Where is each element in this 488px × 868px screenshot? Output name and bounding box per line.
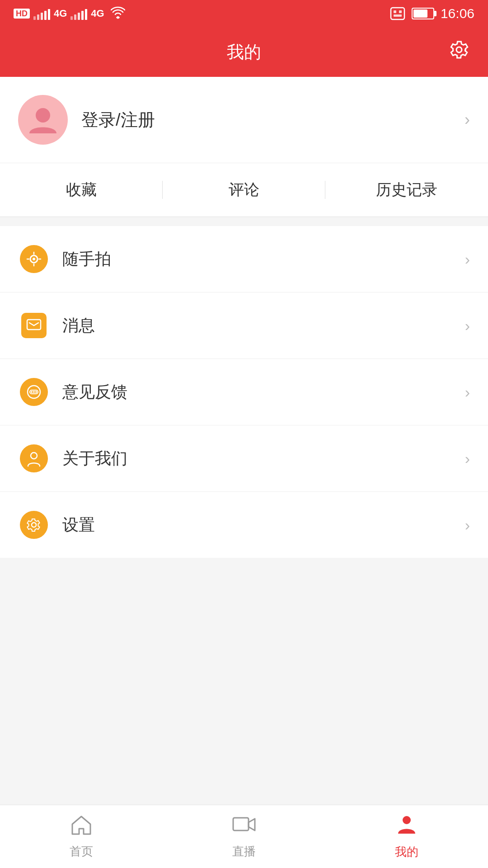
home-tab-label: 首页 xyxy=(70,844,93,859)
feedback-icon xyxy=(20,378,48,406)
battery-icon xyxy=(412,8,434,19)
svg-rect-2 xyxy=(394,10,396,13)
network-type-1: 4G xyxy=(54,8,67,19)
svg-point-11 xyxy=(31,391,33,393)
home-icon xyxy=(70,814,93,840)
svg-point-12 xyxy=(33,391,35,393)
about-icon xyxy=(20,444,48,472)
shoot-icon xyxy=(20,245,48,273)
settings-menu-chevron: › xyxy=(465,516,470,534)
svg-point-17 xyxy=(403,816,411,824)
stat-history[interactable]: 历史记录 xyxy=(325,179,488,200)
menu-item-message[interactable]: 消息 › xyxy=(0,292,488,359)
live-tab-label: 直播 xyxy=(232,844,256,859)
svg-point-13 xyxy=(35,391,37,393)
hd-badge: HD xyxy=(14,9,30,19)
shoot-chevron: › xyxy=(465,250,470,268)
section-divider xyxy=(0,217,488,226)
status-left: HD 4G 4G xyxy=(14,6,125,21)
login-register-text: 登录/注册 xyxy=(81,108,451,132)
message-chevron: › xyxy=(465,317,470,335)
settings-button[interactable] xyxy=(448,39,470,65)
about-icon-wrap xyxy=(18,443,50,474)
time-display: 16:06 xyxy=(441,6,474,21)
feedback-label: 意见反馈 xyxy=(62,381,452,403)
status-bar: HD 4G 4G xyxy=(0,0,488,27)
menu-item-shoot[interactable]: 随手拍 › xyxy=(0,226,488,292)
signal-icon-2 xyxy=(70,7,87,20)
profile-chevron: › xyxy=(465,110,470,129)
sim-icon xyxy=(390,7,405,20)
stats-bar: 收藏 评论 历史记录 xyxy=(0,163,488,217)
about-label: 关于我们 xyxy=(62,448,452,470)
tab-bar: 首页 直播 我的 xyxy=(0,805,488,868)
mine-tab-label: 我的 xyxy=(395,844,418,860)
svg-rect-4 xyxy=(394,14,402,17)
about-chevron: › xyxy=(465,450,470,467)
profile-card[interactable]: 登录/注册 › xyxy=(0,77,488,163)
menu-item-settings[interactable]: 设置 › xyxy=(0,492,488,558)
tab-home[interactable]: 首页 xyxy=(0,814,163,859)
svg-rect-3 xyxy=(399,10,402,13)
svg-point-7 xyxy=(33,258,35,260)
feedback-icon-wrap xyxy=(18,376,50,408)
settings-label: 设置 xyxy=(62,514,452,536)
live-icon xyxy=(232,814,256,840)
page-title: 我的 xyxy=(227,41,261,64)
svg-point-15 xyxy=(32,523,36,527)
stat-comments[interactable]: 评论 xyxy=(163,179,325,200)
svg-rect-1 xyxy=(391,8,404,19)
menu-item-feedback[interactable]: 意见反馈 › xyxy=(0,359,488,425)
battery-fill xyxy=(413,9,428,18)
svg-rect-16 xyxy=(233,818,249,830)
svg-point-14 xyxy=(31,453,37,459)
menu-list: 随手拍 › 消息 › xyxy=(0,226,488,558)
message-icon xyxy=(21,313,47,338)
feedback-chevron: › xyxy=(465,383,470,401)
message-label: 消息 xyxy=(62,315,452,337)
message-icon-wrap xyxy=(18,310,50,341)
mine-icon xyxy=(396,814,417,840)
settings-icon-wrap xyxy=(18,509,50,541)
shoot-icon-wrap xyxy=(18,243,50,275)
svg-rect-8 xyxy=(27,320,41,330)
avatar xyxy=(18,95,68,145)
signal-icon-1 xyxy=(33,7,50,20)
tab-mine[interactable]: 我的 xyxy=(325,814,488,860)
shoot-label: 随手拍 xyxy=(62,248,452,270)
stat-favorites[interactable]: 收藏 xyxy=(0,179,163,200)
network-type-2: 4G xyxy=(91,8,104,19)
wifi-icon xyxy=(111,6,125,21)
page-header: 我的 xyxy=(0,27,488,77)
tab-live[interactable]: 直播 xyxy=(163,814,325,859)
status-right: 16:06 xyxy=(390,6,474,21)
svg-point-0 xyxy=(117,17,119,19)
settings-menu-icon xyxy=(20,511,48,539)
menu-item-about[interactable]: 关于我们 › xyxy=(0,425,488,492)
svg-point-5 xyxy=(36,108,50,123)
